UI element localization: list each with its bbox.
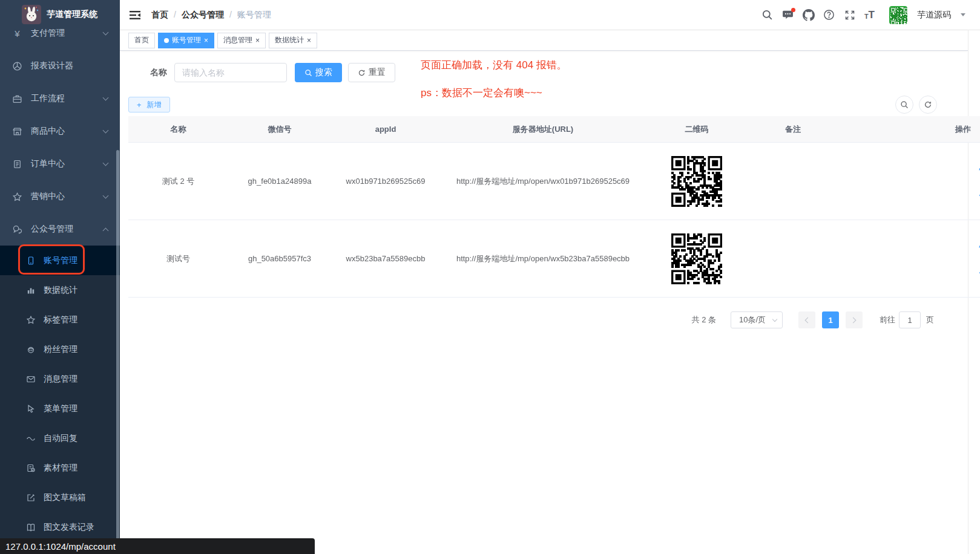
report-designer-icon <box>12 61 22 71</box>
help-icon[interactable] <box>823 9 835 21</box>
search-icon <box>304 69 312 77</box>
fullscreen-icon[interactable] <box>844 9 856 21</box>
chevron-left-icon <box>805 317 811 323</box>
column-header-server-url: 服务器地址(URL) <box>440 124 646 135</box>
sidebar-item-order-center[interactable]: 订单中心 <box>0 148 120 180</box>
annotation-line-1: 页面正确加载，没有 404 报错。 <box>421 59 567 71</box>
main-area: 首页 公众号管理 账号管理 芋道源码 首页 <box>120 0 980 554</box>
sidebar-item-auto-reply[interactable]: 自动回复 <box>0 423 120 453</box>
tabs-bar: 首页 账号管理 消息管理 数据统计 <box>120 30 968 51</box>
sidebar-collapse-icon[interactable] <box>128 8 142 22</box>
search-icon <box>900 100 909 109</box>
sidebar-item-report-designer[interactable]: 报表设计器 <box>0 50 120 82</box>
sidebar-item-publish-record[interactable]: 图文发表记录 <box>0 512 120 542</box>
tab-message-management[interactable]: 消息管理 <box>217 33 266 48</box>
sidebar-item-label: 账号管理 <box>44 255 77 266</box>
sidebar-item-label: 商品中心 <box>31 126 65 137</box>
prev-page-button[interactable] <box>798 311 815 328</box>
sidebar-menu: ¥ 支付管理 报表设计器 工作流程 商品中心 订单中心 <box>0 17 120 542</box>
refresh-table-button[interactable] <box>919 96 937 114</box>
sidebar-item-message-management[interactable]: 消息管理 <box>0 364 120 394</box>
sidebar-item-label: 支付管理 <box>31 28 65 39</box>
sidebar-item-tag-management[interactable]: 标签管理 <box>0 305 120 334</box>
sidebar-item-fans-management[interactable]: 粉丝管理 <box>0 334 120 364</box>
reset-button[interactable]: 重置 <box>348 63 395 82</box>
cell-qrcode <box>646 233 748 284</box>
column-header-name: 名称 <box>128 124 228 135</box>
breadcrumb-home[interactable]: 首页 <box>151 10 182 21</box>
column-header-qrcode: 二维码 <box>646 124 748 135</box>
document-check-icon <box>26 463 36 473</box>
tab-data-statistics[interactable]: 数据统计 <box>269 33 317 48</box>
star-icon <box>26 315 36 325</box>
toggle-search-button[interactable] <box>895 96 913 114</box>
chevron-down-icon <box>103 30 109 36</box>
chevron-down-icon[interactable] <box>961 13 965 16</box>
annotation-line-2: ps：数据不一定会有噢~~~ <box>421 86 567 99</box>
table-header-row: 名称 微信号 appId 服务器地址(URL) 二维码 备注 操作 <box>128 116 980 143</box>
github-icon[interactable] <box>803 9 815 21</box>
sidebar-item-label: 自动回复 <box>44 433 77 444</box>
sidebar-item-data-statistics[interactable]: 数据统计 <box>0 275 120 305</box>
message-icon[interactable] <box>782 9 794 21</box>
column-header-appid: appId <box>331 125 440 134</box>
cell-wechat-id: gh_50a6b5957fc3 <box>228 254 331 263</box>
sidebar-item-label: 标签管理 <box>44 314 77 325</box>
close-icon[interactable] <box>204 37 208 44</box>
top-navbar: 首页 公众号管理 账号管理 芋道源码 <box>120 0 980 30</box>
goto-page-input[interactable] <box>899 311 921 328</box>
payment-icon: ¥ <box>12 28 22 39</box>
user-avatar[interactable] <box>889 6 907 24</box>
close-icon[interactable] <box>307 37 311 44</box>
chevron-down-icon <box>103 95 109 101</box>
page-number-1[interactable]: 1 <box>822 311 839 328</box>
sidebar-item-label: 素材管理 <box>44 463 77 474</box>
sidebar-item-draft-box[interactable]: 图文草稿箱 <box>0 483 120 512</box>
sidebar-item-label: 图文发表记录 <box>44 522 94 533</box>
tab-label: 首页 <box>134 35 149 45</box>
star-icon <box>12 192 22 202</box>
breadcrumb: 首页 公众号管理 账号管理 <box>151 10 271 21</box>
breadcrumb-account-management: 账号管理 <box>237 10 271 21</box>
goto-unit-label: 页 <box>926 314 934 325</box>
tab-home[interactable]: 首页 <box>128 33 155 48</box>
user-name[interactable]: 芋道源码 <box>917 10 951 21</box>
reply-wave-icon <box>26 434 36 443</box>
page-size-select[interactable]: 10条/页 <box>731 311 783 328</box>
page-body: 首页 账号管理 消息管理 数据统计 <box>120 30 980 554</box>
sidebar-item-account-management[interactable]: 账号管理 <box>0 246 120 275</box>
page-content: 名称 搜索 重置 页面正确加载，没有 404 报错。 ps： <box>120 51 968 554</box>
pagination-total: 共 2 条 <box>692 314 716 325</box>
cell-qrcode <box>646 156 748 207</box>
cell-name: 测试号 <box>128 253 228 264</box>
next-page-button[interactable] <box>846 311 863 328</box>
app-logo[interactable]: 芋道管理系统 <box>0 0 120 29</box>
search-icon[interactable] <box>761 9 774 21</box>
search-button[interactable]: 搜索 <box>295 63 342 82</box>
sidebar-item-label: 工作流程 <box>31 93 65 104</box>
name-search-input[interactable] <box>174 63 287 82</box>
sidebar-scrollbar-thumb[interactable] <box>116 150 119 548</box>
sidebar-item-mp-management[interactable]: 公众号管理 <box>0 213 120 246</box>
tab-account-management[interactable]: 账号管理 <box>158 33 214 48</box>
sidebar-item-workflow[interactable]: 工作流程 <box>0 82 120 115</box>
close-icon[interactable] <box>255 37 260 44</box>
sidebar-item-menu-management[interactable]: 菜单管理 <box>0 394 120 423</box>
document-icon <box>12 159 22 169</box>
chevron-down-icon <box>103 160 109 166</box>
add-button[interactable]: 新增 <box>128 97 170 112</box>
sidebar-item-marketing-center[interactable]: 营销中心 <box>0 180 120 213</box>
cell-appid: wx5b23ba7a5589ecbb <box>331 254 440 263</box>
breadcrumb-mp-management[interactable]: 公众号管理 <box>182 10 237 21</box>
tab-label: 账号管理 <box>172 35 201 45</box>
sidebar-item-label: 菜单管理 <box>44 403 77 414</box>
sidebar-item-label: 图文草稿箱 <box>44 492 86 503</box>
smartphone-icon <box>26 256 36 266</box>
tab-label: 数据统计 <box>275 35 304 45</box>
avatar-qr-image <box>889 6 907 24</box>
briefcase-icon <box>12 94 22 104</box>
sidebar-item-product-center[interactable]: 商品中心 <box>0 115 120 148</box>
font-size-icon[interactable] <box>864 10 875 20</box>
sidebar-item-material-management[interactable]: 素材管理 <box>0 453 120 483</box>
sidebar-item-label: 公众号管理 <box>31 224 73 235</box>
